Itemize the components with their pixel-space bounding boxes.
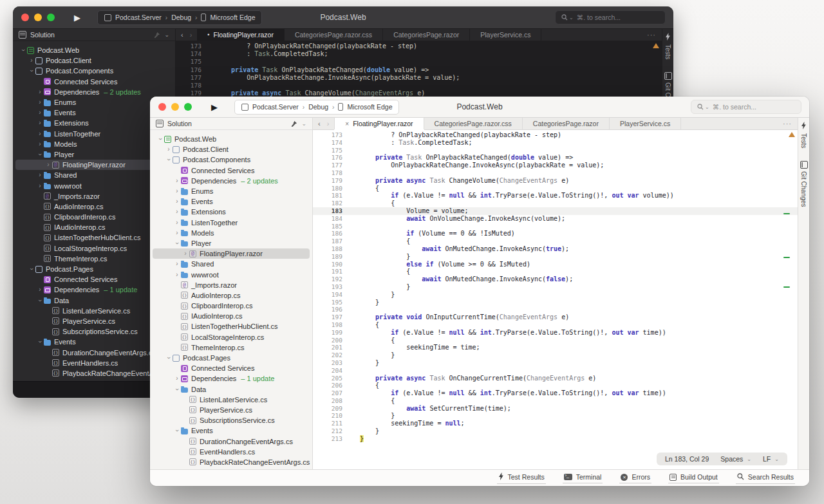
expander-icon[interactable]: › bbox=[20, 46, 26, 54]
tree-item-wwwroot[interactable]: ›wwwroot bbox=[15, 180, 173, 191]
expander-icon[interactable]: › bbox=[37, 297, 43, 304]
nav-back-icon[interactable]: ‹ bbox=[181, 31, 183, 39]
tree-item-playbackratechangeeventargs-cs[interactable]: PlaybackRateChangeEventArgs.cs bbox=[15, 368, 173, 378]
pin-icon[interactable] bbox=[153, 32, 160, 39]
tree-item-models[interactable]: ›Models bbox=[15, 139, 173, 149]
close-tab-icon[interactable]: × bbox=[345, 120, 349, 127]
close-window-button[interactable] bbox=[21, 14, 29, 21]
tree-item-data[interactable]: ›Data bbox=[153, 384, 310, 395]
tree-item-models[interactable]: ›Models bbox=[153, 228, 310, 238]
expander-icon[interactable]: › bbox=[173, 219, 181, 226]
tree-item-podcast-web[interactable]: ›Podcast.Web bbox=[15, 45, 173, 55]
dock-search-results[interactable]: Search Results bbox=[736, 472, 795, 484]
tree-item-events[interactable]: ›Events bbox=[15, 107, 173, 118]
tree-item-floatingplayer-razor[interactable]: ›FloatingPlayer.razor bbox=[153, 248, 310, 259]
tree-item-listentogether[interactable]: ›ListenTogether bbox=[15, 129, 173, 139]
nav-back-icon[interactable]: ‹ bbox=[318, 120, 321, 127]
tree-item-data[interactable]: ›Data bbox=[15, 295, 173, 306]
rail-tests[interactable]: Tests bbox=[800, 122, 807, 148]
tree-item-clipboardinterop-cs[interactable]: ClipboardInterop.cs bbox=[15, 212, 173, 222]
tree-item-dependencies[interactable]: ›Dependencies– 2 updates bbox=[15, 87, 173, 97]
zoom-window-button[interactable] bbox=[47, 14, 55, 21]
expander-icon[interactable]: › bbox=[174, 427, 180, 434]
more-tabs-icon[interactable]: ··· bbox=[777, 118, 798, 129]
minimize-window-button[interactable] bbox=[171, 103, 179, 111]
close-window-button[interactable] bbox=[158, 103, 166, 111]
run-button[interactable]: ▶ bbox=[74, 14, 80, 22]
tree-item-connected-services[interactable]: Connected Services bbox=[153, 363, 310, 373]
expander-icon[interactable]: › bbox=[28, 67, 35, 75]
dock-test-results[interactable]: Test Results bbox=[497, 472, 546, 484]
tree-item-podcast-components[interactable]: ›Podcast.Components bbox=[153, 154, 310, 165]
tree-item-events[interactable]: ›Events bbox=[153, 425, 310, 436]
tree-item-podcast-web[interactable]: ›Podcast.Web bbox=[153, 134, 310, 144]
code-area[interactable]: 173 ? OnPlaybackRateChanged(playbackRate… bbox=[313, 130, 798, 469]
tree-item-podcast-components[interactable]: ›Podcast.Components bbox=[15, 66, 173, 76]
expander-icon[interactable]: › bbox=[157, 135, 164, 143]
minimize-window-button[interactable] bbox=[34, 14, 42, 21]
tree-item-listenlaterservice-cs[interactable]: ListenLaterService.cs bbox=[153, 395, 310, 405]
expander-icon[interactable]: › bbox=[28, 265, 35, 273]
expander-icon[interactable]: › bbox=[36, 109, 44, 116]
tree-item-playerservice-cs[interactable]: PlayerService.cs bbox=[15, 316, 173, 326]
expander-icon[interactable]: › bbox=[36, 141, 44, 147]
tree-item-shared[interactable]: ›Shared bbox=[153, 259, 310, 269]
tree-item-themeinterop-cs[interactable]: ThemeInterop.cs bbox=[153, 342, 310, 353]
tree-item-extensions[interactable]: ›Extensions bbox=[15, 118, 173, 128]
tree-item-playerservice-cs[interactable]: PlayerService.cs bbox=[153, 405, 310, 415]
tab-categoriespage-razor-css[interactable]: CategoriesPage.razor.css bbox=[285, 29, 383, 41]
tree-item-subscriptionsservice-cs[interactable]: SubscriptionsService.cs bbox=[15, 326, 173, 337]
tree-item-playbackratechangeeventargs-cs[interactable]: PlaybackRateChangeEventArgs.cs bbox=[153, 457, 310, 467]
tree-item-enums[interactable]: ›Enums bbox=[153, 186, 310, 196]
search-box[interactable]: ⌄ ⌘. to search... bbox=[555, 10, 666, 24]
tree-item-dependencies[interactable]: ›Dependencies– 1 update bbox=[15, 285, 173, 295]
tree-item-connected-services[interactable]: Connected Services bbox=[15, 77, 173, 87]
tree-item-shared[interactable]: ›Shared bbox=[15, 170, 173, 180]
tree-item-durationchangeeventargs-cs[interactable]: DurationChangeEventArgs.cs bbox=[15, 347, 173, 357]
nav-forward-icon[interactable]: › bbox=[327, 120, 330, 127]
tab-categoriespage-razor-css[interactable]: CategoriesPage.razor.css bbox=[424, 118, 523, 129]
tree-item-localstorageinterop-cs[interactable]: LocalStorageInterop.cs bbox=[15, 243, 173, 254]
tree-item-podcast-pages[interactable]: ›Podcast.Pages bbox=[153, 353, 310, 363]
expander-icon[interactable]: › bbox=[165, 354, 172, 362]
dock-terminal[interactable]: Terminal bbox=[563, 472, 603, 483]
rail-git-changes[interactable]: Git Changes bbox=[800, 161, 808, 207]
expander-icon[interactable]: › bbox=[36, 183, 44, 189]
expander-icon[interactable]: › bbox=[173, 178, 181, 184]
tree-item-audiointerop-cs[interactable]: AudioInterop.cs bbox=[153, 290, 310, 301]
expander-icon[interactable]: › bbox=[36, 172, 44, 178]
rail-tests[interactable]: Tests bbox=[664, 33, 671, 59]
expander-icon[interactable]: › bbox=[174, 239, 180, 247]
eol-mode[interactable]: LF bbox=[763, 455, 771, 463]
zoom-window-button[interactable] bbox=[184, 103, 192, 111]
tree-item-player[interactable]: ›Player bbox=[153, 238, 310, 248]
tab-playerservice-cs[interactable]: PlayerService.cs bbox=[470, 29, 541, 41]
tree-item-themeinterop-cs[interactable]: ThemeInterop.cs bbox=[15, 254, 173, 264]
chevron-down-icon[interactable]: ⌄ bbox=[301, 120, 306, 127]
tree-item-audiointerop-cs[interactable]: AudioInterop.cs bbox=[15, 201, 173, 212]
tree-item-subscriptionsservice-cs[interactable]: SubscriptionsService.cs bbox=[153, 415, 310, 425]
tree-item-player[interactable]: ›Player bbox=[15, 149, 173, 160]
expander-icon[interactable]: › bbox=[36, 99, 44, 106]
dock-build-output[interactable]: Build Output bbox=[668, 472, 719, 483]
tree-item-listenlaterservice-cs[interactable]: ListenLaterService.cs bbox=[15, 306, 173, 316]
tree-item-events[interactable]: ›Events bbox=[153, 196, 310, 207]
warning-icon[interactable] bbox=[789, 132, 795, 137]
tree-item-connected-services[interactable]: Connected Services bbox=[153, 165, 310, 176]
run-configuration[interactable]: Podcast.Server › Debug › Microsoft Edge bbox=[234, 100, 399, 115]
expander-icon[interactable]: › bbox=[36, 286, 44, 293]
tree-item-iaudiointerop-cs[interactable]: IAudioInterop.cs bbox=[153, 311, 310, 321]
tree-item-podcast-client[interactable]: ›Podcast.Client bbox=[153, 144, 310, 154]
tree-item-dependencies[interactable]: ›Dependencies– 1 update bbox=[153, 373, 310, 384]
warning-icon[interactable] bbox=[653, 43, 659, 48]
tab-categoriespage-razor[interactable]: CategoriesPage.razor bbox=[383, 29, 470, 41]
tree-item-eventhandlers-cs[interactable]: EventHandlers.cs bbox=[15, 358, 173, 368]
tree-item-localstorageinterop-cs[interactable]: LocalStorageInterop.cs bbox=[153, 332, 310, 342]
tree-item-durationchangeeventargs-cs[interactable]: DurationChangeEventArgs.cs bbox=[153, 436, 310, 446]
expander-icon[interactable]: › bbox=[36, 131, 44, 137]
chevron-down-icon[interactable]: ⌄ bbox=[164, 32, 169, 38]
tab-floatingplayer-razor[interactable]: ×•FloatingPlayer.razor bbox=[334, 118, 424, 129]
expander-icon[interactable]: › bbox=[36, 120, 44, 126]
expander-icon[interactable]: › bbox=[174, 386, 180, 393]
tree-item-clipboardinterop-cs[interactable]: ClipboardInterop.cs bbox=[153, 301, 310, 311]
